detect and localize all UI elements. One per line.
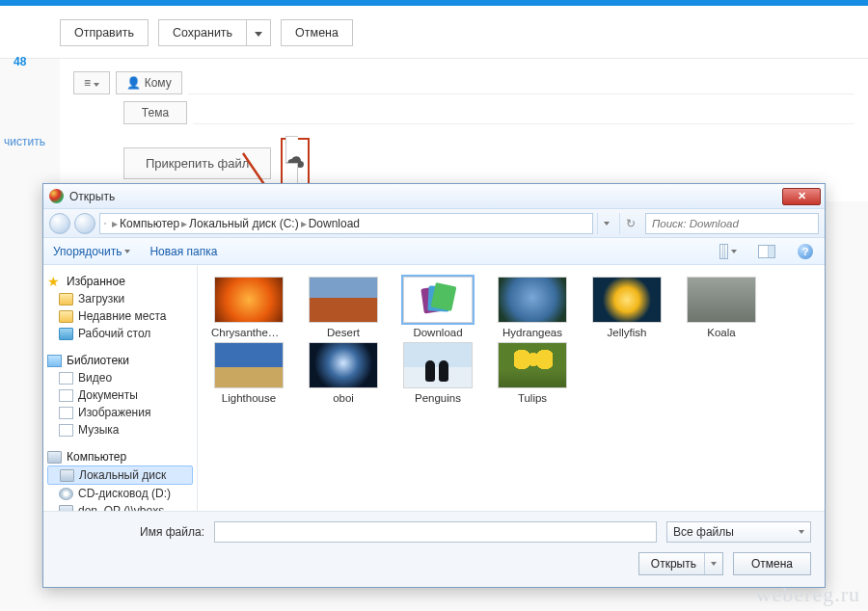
address-dropdown[interactable]: [597, 213, 615, 234]
address-bar[interactable]: ▸ Компьютер ▸ Локальный диск (C:) ▸ Down…: [99, 213, 593, 234]
file-item[interactable]: Tulips: [495, 342, 570, 404]
help-button[interactable]: ?: [796, 242, 815, 261]
watermark: webereg.ru: [756, 582, 860, 607]
library-icon: [47, 355, 62, 367]
file-label: Hydrangeas: [495, 327, 570, 338]
refresh-button[interactable]: ↻: [619, 213, 641, 234]
file-label: Chrysanthemum: [211, 327, 286, 338]
new-folder-button[interactable]: Новая папка: [149, 245, 217, 258]
chrome-icon: [49, 189, 64, 203]
file-thumbnail: [498, 277, 567, 323]
subject-input[interactable]: [193, 100, 854, 124]
tree-recent[interactable]: Недавние места: [47, 307, 193, 325]
file-label: Koala: [684, 327, 759, 338]
save-split-button[interactable]: Сохранить: [158, 19, 271, 46]
crumb-drive[interactable]: Локальный диск (C:): [189, 217, 299, 230]
tree-network-share[interactable]: don_OP (\\vboxs: [47, 502, 193, 511]
file-item[interactable]: Koala: [684, 277, 759, 338]
unread-count: 48: [8, 53, 32, 70]
attach-row: Прикрепить файл: [123, 130, 854, 188]
open-button[interactable]: Открыть: [638, 552, 723, 575]
music-icon: [59, 424, 73, 437]
crumb-computer[interactable]: Компьютер: [120, 217, 179, 230]
file-item[interactable]: Lighthouse: [211, 342, 286, 404]
video-icon: [59, 372, 73, 385]
file-thumbnail: [309, 342, 378, 388]
filetype-combo[interactable]: Все файлы: [666, 521, 811, 543]
dialog-actions: Открыть Отмена: [57, 552, 811, 575]
view-mode-button[interactable]: [719, 242, 738, 261]
file-thumbnail: [403, 277, 473, 323]
command-bar: Упорядочить Новая папка ?: [43, 238, 825, 265]
file-item[interactable]: oboi: [306, 342, 381, 404]
nav-forward-button[interactable]: [74, 213, 95, 234]
highlight-frame: [281, 138, 310, 188]
to-input[interactable]: [188, 70, 854, 94]
menu-button[interactable]: ≡: [73, 71, 110, 94]
file-item[interactable]: Download: [400, 277, 475, 338]
search-input[interactable]: [645, 213, 819, 234]
file-label: Penguins: [400, 392, 475, 404]
tree-videos[interactable]: Видео: [47, 369, 193, 386]
caret-down-icon: [799, 530, 804, 534]
file-thumbnail: [687, 277, 756, 323]
compose-toolbar: Отправить Сохранить Отмена: [0, 6, 868, 59]
caret-down-icon: [124, 250, 130, 253]
caret-down-icon: [604, 222, 610, 226]
dialog-cancel-button[interactable]: Отмена: [733, 552, 811, 575]
send-button[interactable]: Отправить: [60, 19, 149, 46]
cancel-button[interactable]: Отмена: [281, 19, 353, 46]
dialog-footer: Имя файла: Все файлы Открыть Отмена: [43, 511, 825, 587]
tree-favorites[interactable]: ★Избранное: [47, 273, 193, 290]
tree-cd-drive[interactable]: CD-дисковод (D:): [47, 485, 193, 502]
attach-cloud-button[interactable]: [285, 136, 305, 190]
titlebar[interactable]: Открыть ✕: [43, 184, 825, 209]
open-dropdown[interactable]: [704, 553, 722, 574]
tree-computer[interactable]: Компьютер: [47, 448, 193, 465]
file-thumbnail: [498, 342, 567, 388]
person-icon: 👤: [126, 76, 141, 90]
tree-documents[interactable]: Документы: [47, 386, 193, 404]
tree-desktop[interactable]: Рабочий стол: [47, 325, 193, 342]
tree-libraries[interactable]: Библиотеки: [47, 352, 193, 369]
preview-pane-button[interactable]: [757, 242, 776, 261]
file-thumbnail: [214, 342, 284, 388]
nav-bar: ▸ Компьютер ▸ Локальный диск (C:) ▸ Down…: [43, 209, 825, 238]
file-item[interactable]: Chrysanthemum: [211, 277, 286, 338]
filename-label: Имя файла:: [140, 525, 204, 539]
file-item[interactable]: Desert: [306, 277, 381, 338]
dialog-body: ★Избранное Загрузки Недавние места Рабоч…: [43, 265, 825, 511]
file-label: Download: [400, 327, 475, 338]
to-button[interactable]: 👤 Кому: [116, 71, 181, 94]
attach-file-button[interactable]: Прикрепить файл: [123, 147, 271, 179]
organize-menu[interactable]: Упорядочить: [53, 245, 130, 258]
file-item[interactable]: Jellyfish: [589, 277, 665, 338]
file-item[interactable]: Penguins: [400, 342, 475, 404]
clear-link[interactable]: чистить: [4, 135, 45, 148]
subject-row: Тема: [123, 100, 854, 124]
file-item[interactable]: Hydrangeas: [495, 277, 570, 338]
tree-pictures[interactable]: Изображения: [47, 404, 193, 421]
caret-down-icon: [94, 83, 99, 87]
drive-icon: [60, 469, 74, 482]
nav-back-button[interactable]: [49, 213, 70, 234]
file-grid[interactable]: ChrysanthemumDesertDownloadHydrangeasJel…: [198, 265, 825, 511]
file-thumbnail: [403, 342, 473, 388]
close-button[interactable]: ✕: [782, 188, 821, 205]
filename-row: Имя файла: Все файлы: [57, 521, 811, 543]
disc-icon: [59, 488, 73, 500]
desktop-icon: [59, 328, 73, 340]
document-icon: [59, 389, 73, 402]
filename-input[interactable]: [214, 521, 657, 543]
tree-local-disk[interactable]: Локальный диск: [47, 465, 193, 485]
file-label: Tulips: [495, 392, 570, 404]
recipient-row: ≡ 👤 Кому: [73, 70, 854, 94]
save-dropdown[interactable]: [246, 19, 271, 46]
crumb-folder[interactable]: Download: [309, 217, 360, 230]
caret-down-icon: [711, 562, 717, 566]
image-icon: [59, 407, 73, 419]
tree-music[interactable]: Музыка: [47, 421, 193, 438]
tree-downloads[interactable]: Загрузки: [47, 290, 193, 307]
save-button[interactable]: Сохранить: [158, 19, 246, 46]
nav-tree: ★Избранное Загрузки Недавние места Рабоч…: [43, 265, 198, 511]
